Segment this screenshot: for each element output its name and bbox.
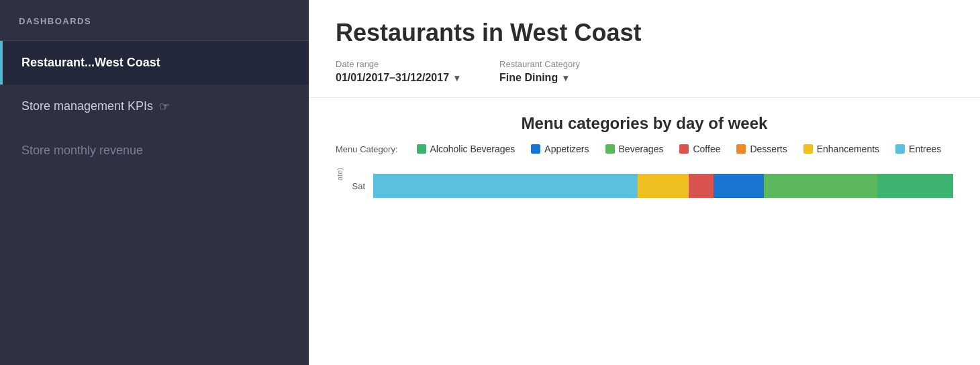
- chart-title: Menu categories by day of week: [336, 114, 953, 133]
- legend-label-appetizers: Appetizers: [544, 144, 589, 154]
- date-range-filter: Date range 01/01/2017–31/12/2017 ▾: [336, 59, 459, 84]
- restaurant-category-value: Fine Dining: [499, 72, 558, 84]
- legend-swatch-alcoholic-beverages: [417, 144, 426, 154]
- y-axis: ate): [336, 168, 344, 187]
- legend-item-entrees: Entrees: [895, 144, 941, 154]
- sidebar-item-store-management-kpis[interactable]: Store management KPIs ☞: [0, 85, 309, 129]
- restaurant-category-dropdown[interactable]: Fine Dining ▾: [499, 72, 580, 84]
- legend-swatch-beverages: [605, 144, 615, 154]
- bar-segment-alcoholic-beverages: [877, 174, 953, 198]
- legend-swatch-enhancements: [803, 144, 813, 154]
- sidebar-item-label: Store monthly revenue: [21, 144, 143, 157]
- legend-label-enhancements: Enhancements: [817, 144, 879, 154]
- legend-item-enhancements: Enhancements: [803, 144, 879, 154]
- cursor-icon: ☞: [159, 99, 170, 114]
- chevron-down-icon: ▾: [563, 72, 568, 83]
- y-axis-label: ate): [336, 168, 344, 180]
- legend-item-coffee: Coffee: [679, 144, 720, 154]
- sidebar-item-restaurant-west-coast[interactable]: Restaurant...West Coast: [0, 41, 309, 85]
- restaurant-category-label: Restaurant Category: [499, 59, 580, 69]
- date-range-dropdown[interactable]: 01/01/2017–31/12/2017 ▾: [336, 72, 459, 84]
- page-title: Restaurants in West Coast: [336, 19, 953, 47]
- legend-swatch-entrees: [895, 144, 905, 154]
- sidebar-nav: Restaurant...West Coast Store management…: [0, 41, 309, 172]
- bar-segment-enhancements: [638, 174, 688, 198]
- table-row: Sat: [344, 168, 953, 204]
- legend-swatch-coffee: [679, 144, 689, 154]
- bar-segment-entrees: [373, 174, 638, 198]
- legend-swatch-appetizers: [531, 144, 540, 154]
- chevron-down-icon: ▾: [454, 72, 459, 83]
- restaurant-category-filter: Restaurant Category Fine Dining ▾: [499, 59, 580, 84]
- legend-item-alcoholic-beverages: Alcoholic Beverages: [417, 144, 516, 154]
- legend-label-entrees: Entrees: [909, 144, 941, 154]
- sidebar: DASHBOARDS Restaurant...West Coast Store…: [0, 0, 309, 365]
- legend-label-coffee: Coffee: [693, 144, 720, 154]
- date-range-value: 01/01/2017–31/12/2017: [336, 72, 449, 84]
- chart-area: Menu categories by day of week Menu Cate…: [309, 98, 980, 365]
- sidebar-item-store-monthly-revenue[interactable]: Store monthly revenue: [0, 129, 309, 172]
- legend-label-desserts: Desserts: [750, 144, 787, 154]
- bar-chart: Sat: [344, 168, 953, 204]
- bar-segment-appetizers: [714, 174, 764, 198]
- sidebar-item-label: Restaurant...West Coast: [21, 56, 160, 69]
- filters-bar: Date range 01/01/2017–31/12/2017 ▾ Resta…: [336, 59, 953, 84]
- bar-segment-beverages: [764, 174, 877, 198]
- main-header: Restaurants in West Coast Date range 01/…: [309, 0, 980, 98]
- main-content: Restaurants in West Coast Date range 01/…: [309, 0, 980, 365]
- day-label-sat: Sat: [344, 181, 365, 191]
- legend-item-desserts: Desserts: [736, 144, 787, 154]
- legend-label-alcoholic-beverages: Alcoholic Beverages: [430, 144, 516, 154]
- legend-item-appetizers: Appetizers: [531, 144, 589, 154]
- chart-body: ate) Sat: [336, 168, 953, 349]
- legend-swatch-desserts: [736, 144, 746, 154]
- legend-item-beverages: Beverages: [605, 144, 664, 154]
- chart-legend: Menu Category: Alcoholic Beverages Appet…: [336, 144, 953, 154]
- legend-label-beverages: Beverages: [619, 144, 664, 154]
- sidebar-item-label: Store management KPIs: [21, 99, 153, 113]
- bar-segment-coffee: [689, 174, 714, 198]
- date-range-label: Date range: [336, 59, 459, 69]
- sidebar-header: DASHBOARDS: [0, 0, 309, 41]
- legend-prefix: Menu Category:: [336, 144, 398, 154]
- bar-sat: [373, 174, 953, 198]
- sidebar-title: DASHBOARDS: [19, 16, 91, 26]
